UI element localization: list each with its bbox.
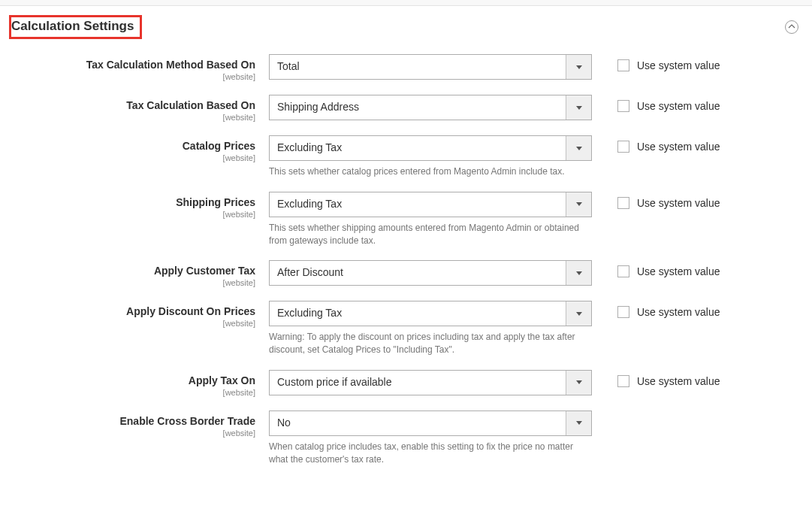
field-apply-tax-on: Apply Tax On [website] Custom price if a… <box>14 370 798 397</box>
chevron-down-icon <box>566 411 591 435</box>
help-text-apply-discount: Warning: To apply the discount on prices… <box>269 331 592 356</box>
select-apply-discount-on-prices[interactable]: Excluding Tax <box>269 301 592 326</box>
checkbox-use-system-value[interactable] <box>617 306 629 318</box>
checkbox-use-system-value[interactable] <box>617 100 629 112</box>
field-apply-discount-on-prices: Apply Discount On Prices [website] Exclu… <box>14 301 798 356</box>
use-system-value: Use system value <box>592 135 720 153</box>
select-tax-calc-method[interactable]: Total <box>269 54 592 80</box>
label-apply-tax-on: Apply Tax On <box>189 374 255 386</box>
use-system-value: Use system value <box>592 301 720 318</box>
scope-label: [website] <box>14 429 255 438</box>
select-value: After Discount <box>270 261 566 285</box>
select-value: Total <box>270 55 566 79</box>
help-text-shipping-prices: This sets whether shipping amounts enter… <box>269 222 592 247</box>
help-text-cross-border: When catalog price includes tax, enable … <box>269 441 592 466</box>
chevron-down-icon <box>566 261 591 285</box>
select-value: Shipping Address <box>270 95 566 120</box>
use-system-value-label: Use system value <box>637 265 720 277</box>
select-value: Custom price if available <box>270 371 566 395</box>
scope-label: [website] <box>14 388 255 397</box>
checkbox-use-system-value[interactable] <box>617 265 629 277</box>
use-system-value: Use system value <box>592 370 720 387</box>
scope-label: [website] <box>14 113 255 122</box>
use-system-value-label: Use system value <box>637 100 720 112</box>
field-tax-calc-method: Tax Calculation Method Based On [website… <box>14 54 798 81</box>
label-apply-discount-on-prices: Apply Discount On Prices <box>126 305 255 317</box>
checkbox-use-system-value[interactable] <box>617 141 629 153</box>
use-system-value: Use system value <box>592 95 720 112</box>
section-title-highlight: Calculation Settings <box>9 15 142 39</box>
select-enable-cross-border[interactable]: No <box>269 411 592 436</box>
checkbox-use-system-value[interactable] <box>617 197 629 209</box>
use-system-value-label: Use system value <box>637 375 720 387</box>
select-tax-calc-based-on[interactable]: Shipping Address <box>269 95 592 120</box>
label-enable-cross-border: Enable Cross Border Trade <box>119 415 255 427</box>
scope-label: [website] <box>14 210 255 219</box>
label-tax-calc-method: Tax Calculation Method Based On <box>86 59 255 71</box>
chevron-down-icon <box>566 371 591 395</box>
checkbox-use-system-value[interactable] <box>617 59 629 71</box>
field-catalog-prices: Catalog Prices [website] Excluding Tax T… <box>14 135 798 178</box>
label-apply-customer-tax: Apply Customer Tax <box>154 265 255 277</box>
checkbox-use-system-value[interactable] <box>617 375 629 387</box>
chevron-down-icon <box>566 136 591 160</box>
label-catalog-prices: Catalog Prices <box>183 140 255 152</box>
help-text-catalog-prices: This sets whether catalog prices entered… <box>269 165 592 178</box>
use-system-value-label: Use system value <box>637 306 720 318</box>
chevron-down-icon <box>566 95 591 120</box>
use-system-value: Use system value <box>592 192 720 209</box>
form-area: Tax Calculation Method Based On [website… <box>0 47 812 502</box>
label-shipping-prices: Shipping Prices <box>176 196 255 208</box>
select-shipping-prices[interactable]: Excluding Tax <box>269 192 592 217</box>
select-value: Excluding Tax <box>270 192 566 217</box>
use-system-value-label: Use system value <box>637 59 720 71</box>
scope-label: [website] <box>14 72 255 81</box>
use-system-value-label: Use system value <box>637 141 720 153</box>
field-tax-calc-based-on: Tax Calculation Based On [website] Shipp… <box>14 95 798 122</box>
label-tax-calc-based-on: Tax Calculation Based On <box>126 99 255 111</box>
use-system-value: Use system value <box>592 260 720 277</box>
select-value: Excluding Tax <box>270 301 566 326</box>
section-title: Calculation Settings <box>11 19 134 33</box>
select-catalog-prices[interactable]: Excluding Tax <box>269 135 592 161</box>
scope-label: [website] <box>14 319 255 328</box>
chevron-down-icon <box>566 301 591 326</box>
field-apply-customer-tax: Apply Customer Tax [website] After Disco… <box>14 260 798 287</box>
field-shipping-prices: Shipping Prices [website] Excluding Tax … <box>14 192 798 247</box>
collapse-icon[interactable] <box>785 20 798 34</box>
scope-label: [website] <box>14 278 255 287</box>
use-system-value: Use system value <box>592 54 720 71</box>
select-apply-customer-tax[interactable]: After Discount <box>269 260 592 286</box>
select-value: Excluding Tax <box>270 136 566 160</box>
field-enable-cross-border: Enable Cross Border Trade [website] No W… <box>14 411 798 466</box>
use-system-value-label: Use system value <box>637 197 720 209</box>
top-divider <box>0 0 812 6</box>
scope-label: [website] <box>14 153 255 162</box>
chevron-down-icon <box>566 192 591 217</box>
chevron-down-icon <box>566 55 591 79</box>
select-apply-tax-on[interactable]: Custom price if available <box>269 370 592 395</box>
section-header[interactable]: Calculation Settings <box>0 6 812 47</box>
select-value: No <box>270 411 566 435</box>
